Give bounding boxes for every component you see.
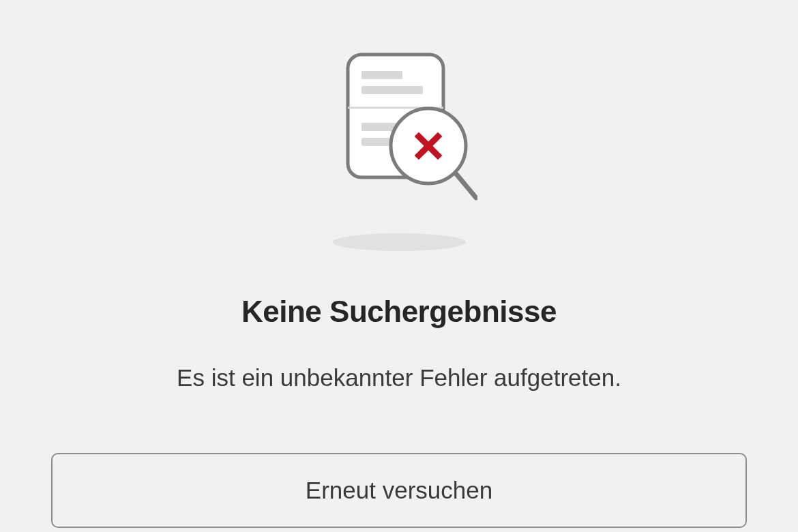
- empty-state-heading: Keine Suchergebnisse: [241, 295, 557, 329]
- illustration-shadow: [333, 233, 466, 251]
- empty-state-illustration: [321, 49, 477, 251]
- empty-state-message: Es ist ein unbekannter Fehler aufgetrete…: [177, 364, 621, 391]
- retry-button-label: Erneut versuchen: [306, 477, 492, 504]
- no-results-icon: [321, 49, 477, 206]
- retry-button[interactable]: Erneut versuchen: [51, 453, 747, 528]
- svg-rect-2: [361, 86, 423, 94]
- svg-line-7: [456, 173, 476, 198]
- svg-rect-1: [361, 71, 402, 79]
